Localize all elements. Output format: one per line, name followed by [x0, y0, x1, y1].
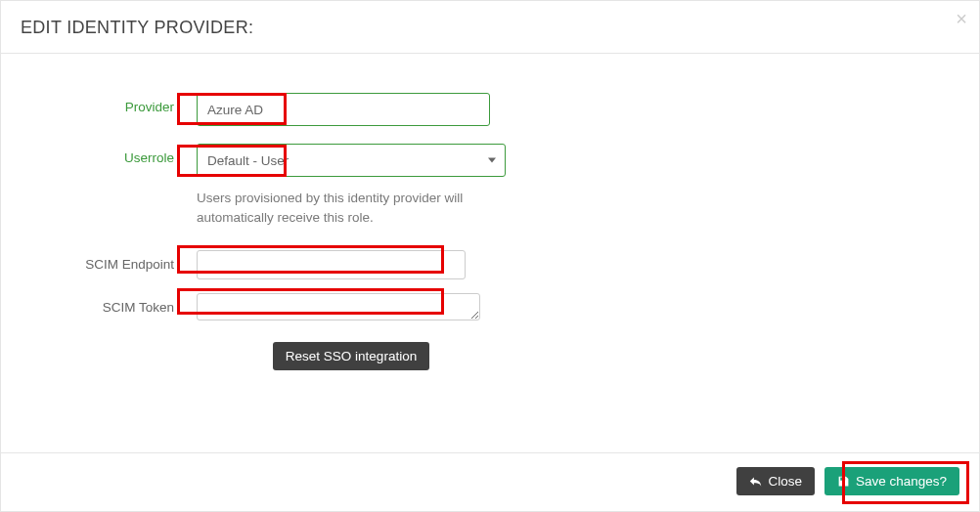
reset-sso-label: Reset SSO integration [286, 349, 417, 363]
modal-title: EDIT IDENTITY PROVIDER: [21, 18, 253, 37]
floppy-save-icon [837, 475, 850, 488]
modal-body: Provider Userrole Default - User Users p… [1, 54, 979, 452]
row-userrole: Userrole Default - User [21, 144, 959, 177]
close-label: Close [768, 474, 802, 489]
reply-arrow-icon [749, 475, 762, 488]
close-button[interactable]: Close [736, 467, 815, 495]
row-userrole-help: Users provisioned by this identity provi… [21, 187, 959, 229]
modal-footer: Close Save changes? [1, 452, 979, 511]
row-scim-endpoint: SCIM Endpoint [21, 250, 959, 279]
userrole-help-text: Users provisioned by this identity provi… [197, 189, 490, 229]
label-provider: Provider [21, 93, 197, 114]
row-provider: Provider [21, 93, 959, 126]
save-label: Save changes? [856, 474, 947, 489]
row-scim-token: SCIM Token [21, 293, 959, 324]
scim-token-textarea[interactable] [197, 293, 480, 320]
reset-sso-button[interactable]: Reset SSO integration [273, 342, 429, 370]
label-scim-endpoint: SCIM Endpoint [21, 250, 197, 272]
userrole-select[interactable]: Default - User [197, 144, 506, 177]
scim-endpoint-input[interactable] [197, 250, 466, 279]
label-userrole: Userrole [21, 144, 197, 165]
provider-input[interactable] [197, 93, 490, 126]
row-reset: Reset SSO integration [197, 342, 506, 370]
close-icon[interactable]: × [956, 9, 967, 28]
save-button[interactable]: Save changes? [824, 467, 959, 495]
label-scim-token: SCIM Token [21, 293, 197, 315]
modal-header: EDIT IDENTITY PROVIDER: × [1, 1, 979, 54]
